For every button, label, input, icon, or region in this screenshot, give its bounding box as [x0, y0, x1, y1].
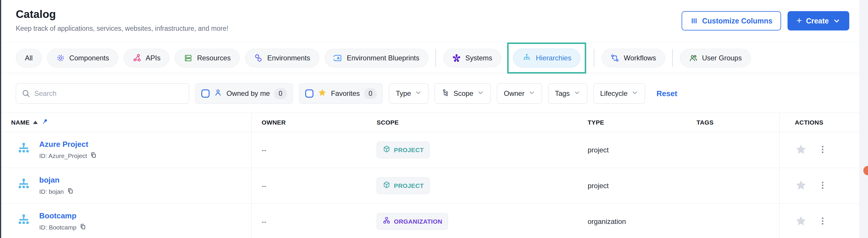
favorites-filter[interactable]: Favorites 0 [299, 83, 383, 104]
cube-icon [382, 181, 391, 190]
row-menu-button[interactable] [818, 217, 827, 227]
tags-filter-dropdown[interactable]: Tags [548, 83, 587, 104]
chevron-down-icon [477, 89, 484, 98]
owner-value: -- [252, 182, 373, 190]
entity-id: ID: Bootcamp [39, 224, 76, 231]
table-header-row: NAME OWNER SCOPE TYPE TAGS ACTIONS [1, 113, 859, 132]
owner-filter-label: Owner [504, 89, 524, 98]
create-button[interactable]: + Create [787, 11, 849, 30]
cube-icon [382, 145, 391, 155]
lifecycle-filter-label: Lifecycle [600, 89, 627, 98]
favorite-star-button[interactable] [795, 215, 807, 228]
catalog-table: NAME OWNER SCOPE TYPE TAGS ACTIONS Azure… [1, 112, 859, 238]
favorites-label: Favorites [331, 89, 360, 98]
owner-value: -- [252, 146, 373, 154]
page-header: Catalog Keep track of applications, serv… [1, 0, 859, 43]
sidebar-edge [0, 0, 1, 238]
copy-icon[interactable] [79, 223, 86, 232]
filter-bar: Owned by me 0 Favorites 0 Type Scope [1, 73, 859, 107]
favorite-star-button[interactable] [795, 179, 807, 192]
table-row: Azure Project ID: Azure_Project -- PROJE… [1, 132, 859, 168]
tab-apis[interactable]: APIs [124, 49, 170, 68]
entity-name-link[interactable]: bojan [39, 176, 74, 185]
chevron-down-icon [528, 89, 535, 98]
tab-group-divider [435, 49, 436, 67]
annotation-box: Hierarchies [507, 43, 586, 74]
scope-badge: ORGANIZATION [377, 213, 448, 230]
scope-badge: PROJECT [377, 177, 430, 194]
tab-resources[interactable]: Resources [175, 49, 240, 68]
column-header-owner[interactable]: OWNER [252, 119, 373, 126]
owner-filter-dropdown[interactable]: Owner [497, 83, 542, 104]
column-header-actions: ACTIONS [779, 113, 859, 132]
page-title: Catalog [16, 8, 228, 21]
tab-hierarchies[interactable]: Hierarchies [513, 49, 580, 68]
tab-hierarchies-label: Hierarchies [536, 54, 571, 62]
server-stack-icon [184, 54, 192, 62]
tab-all-label: All [25, 54, 33, 62]
person-icon [214, 88, 222, 99]
favorites-checkbox[interactable] [305, 89, 313, 98]
tab-all[interactable]: All [16, 49, 42, 68]
chevron-down-icon [833, 17, 840, 25]
column-header-scope[interactable]: SCOPE [373, 119, 585, 126]
catalog-page: Catalog Keep track of applications, serv… [1, 0, 859, 238]
tab-user-groups-label: User Groups [702, 54, 742, 62]
tab-apis-label: APIs [146, 54, 161, 62]
customize-columns-label: Customize Columns [702, 17, 772, 25]
pin-icon[interactable] [41, 118, 49, 127]
tab-workflows[interactable]: Workflows [601, 49, 665, 68]
user-groups-icon [689, 54, 698, 62]
org-chart-icon [382, 217, 391, 226]
type-value: organization [585, 217, 694, 226]
tab-environments-label: Environments [267, 54, 310, 62]
tab-group-divider [594, 49, 594, 67]
scope-badge: PROJECT [377, 141, 430, 158]
lifecycle-filter-dropdown[interactable]: Lifecycle [593, 83, 645, 104]
favorite-star-button[interactable] [795, 143, 807, 157]
column-header-type[interactable]: TYPE [585, 119, 694, 126]
api-nodes-icon [132, 54, 141, 62]
entity-id: ID: bojan [39, 188, 64, 195]
tab-systems-label: Systems [465, 54, 492, 62]
plus-icon: + [796, 16, 802, 25]
scope-filter-label: Scope [453, 89, 473, 98]
blueprint-icon [334, 54, 342, 62]
entity-name-link[interactable]: Bootcamp [39, 211, 86, 220]
tab-group-divider [672, 49, 673, 67]
hierarchy-entity-icon [17, 178, 31, 194]
header-actions: Customize Columns + Create [682, 11, 849, 30]
search-input[interactable] [16, 83, 189, 104]
copy-icon[interactable] [90, 152, 97, 160]
copy-icon[interactable] [67, 187, 74, 196]
sort-ascending-icon[interactable] [33, 121, 38, 124]
row-menu-button[interactable] [818, 145, 827, 155]
hierarchy-entity-icon [17, 142, 31, 158]
reset-filters-link[interactable]: Reset [656, 89, 677, 98]
owned-by-me-filter[interactable]: Owned by me 0 [195, 83, 293, 104]
chevron-down-icon [631, 89, 638, 98]
tab-components[interactable]: Components [47, 49, 118, 68]
create-label: Create [806, 17, 829, 25]
tab-user-groups[interactable]: User Groups [680, 49, 751, 68]
type-filter-dropdown[interactable]: Type [389, 83, 428, 104]
column-header-name[interactable]: NAME [1, 113, 252, 132]
owned-by-me-checkbox[interactable] [202, 89, 210, 98]
scope-filter-dropdown[interactable]: Scope [435, 83, 491, 104]
tab-systems[interactable]: Systems [443, 49, 501, 68]
table-row: bojan ID: bojan -- PROJECT [1, 168, 859, 204]
page-background-strip [859, 0, 868, 238]
tab-environment-blueprints-label: Environment Blueprints [347, 54, 420, 62]
gear-icon [56, 54, 65, 62]
column-header-tags[interactable]: TAGS [694, 119, 779, 126]
page-subtitle: Keep track of applications, services, we… [16, 25, 228, 32]
tab-environments[interactable]: Environments [245, 49, 319, 68]
entity-name-link[interactable]: Azure Project [39, 140, 97, 149]
tab-environment-blueprints[interactable]: Environment Blueprints [324, 49, 428, 68]
chevron-down-icon [415, 89, 422, 98]
row-menu-button[interactable] [818, 181, 827, 191]
scope-tree-icon [441, 88, 450, 99]
table-row: Bootcamp ID: Bootcamp -- ORGANIZATION [1, 204, 859, 238]
page-title-block: Catalog Keep track of applications, serv… [16, 8, 228, 32]
customize-columns-button[interactable]: Customize Columns [682, 11, 781, 30]
